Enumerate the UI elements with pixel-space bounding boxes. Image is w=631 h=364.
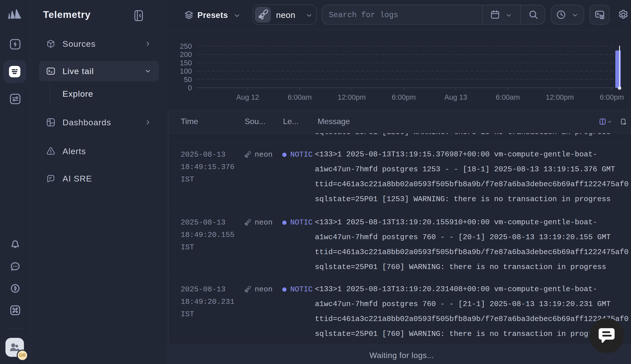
svg-text:6:00pm: 6:00pm — [600, 93, 624, 101]
svg-text:12:00pm: 12:00pm — [546, 93, 574, 101]
svg-text:50: 50 — [184, 76, 192, 84]
svg-text:6:00am: 6:00am — [496, 93, 520, 101]
svg-text:6:00pm: 6:00pm — [392, 93, 416, 101]
svg-text:12:00pm: 12:00pm — [338, 93, 366, 101]
svg-text:100: 100 — [180, 67, 192, 75]
svg-text:250: 250 — [180, 42, 192, 50]
svg-text:200: 200 — [180, 50, 192, 58]
svg-text:Aug 13: Aug 13 — [444, 93, 467, 101]
svg-text:0: 0 — [188, 84, 192, 92]
svg-text:6:00am: 6:00am — [288, 93, 312, 101]
svg-text:150: 150 — [180, 59, 192, 67]
svg-text:Aug 12: Aug 12 — [236, 93, 259, 101]
